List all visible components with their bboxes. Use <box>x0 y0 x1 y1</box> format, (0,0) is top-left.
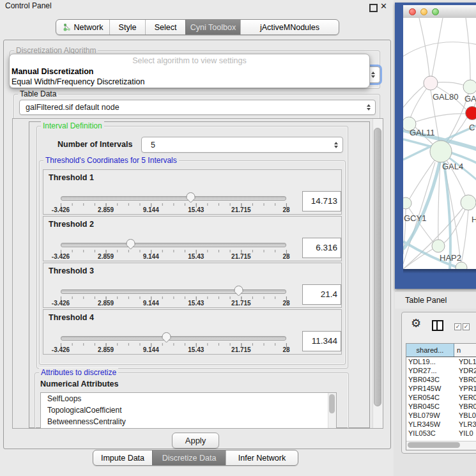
tab-infer-network[interactable]: Infer Network <box>226 450 298 465</box>
select-none-checkbox-icon[interactable]: ✓ <box>463 323 470 330</box>
node-hap2[interactable] <box>432 240 445 252</box>
horizontal-scrollbar[interactable] <box>406 441 476 450</box>
cell[interactable]: YLR345W <box>406 420 456 429</box>
cell[interactable]: YER054C <box>406 393 456 402</box>
table-row[interactable]: YDR27...YDR2 <box>406 366 476 375</box>
number-of-intervals-combobox[interactable]: 5 <box>141 137 343 153</box>
close-traffic-light-icon[interactable] <box>409 8 416 15</box>
scrollbar-thumb[interactable] <box>374 128 381 406</box>
slider-thumb[interactable] <box>233 285 244 296</box>
tab-jactivemnodules[interactable]: jActiveMNodules <box>240 20 339 35</box>
scale-label: 21.715 <box>231 206 251 213</box>
cell[interactable]: YBR0 <box>456 402 476 411</box>
minimize-traffic-light-icon[interactable] <box>420 8 427 15</box>
cell[interactable]: YIL0 <box>456 429 476 438</box>
cell[interactable]: YER0 <box>456 393 476 402</box>
cell[interactable]: YPR145W <box>406 384 456 393</box>
tab-discretize-data[interactable]: Discretize Data <box>152 450 226 465</box>
dropdown-option-equal-width-frequency[interactable]: Equal Width/Frequency Discretization <box>10 77 369 88</box>
node-gcy1[interactable] <box>403 197 411 209</box>
table-row[interactable]: YBL079WYBL0 <box>406 411 476 420</box>
list-item[interactable]: SelfLoops <box>41 393 336 404</box>
threshold-value-field[interactable]: 6.316 <box>302 238 341 258</box>
dropdown-placeholder-item[interactable]: Select algorithm to view settings <box>10 56 369 67</box>
apply-button[interactable]: Apply <box>172 433 219 449</box>
cell[interactable]: YDR2 <box>456 366 476 375</box>
threshold-3-row: Threshold 3 -3.426 2.85 <box>43 263 342 308</box>
table-row[interactable]: YLR345WYLR3 <box>406 420 476 429</box>
cell[interactable]: YDL19... <box>406 357 456 366</box>
table-row[interactable]: YBR043CYBR0 <box>406 375 476 384</box>
float-window-icon[interactable] <box>369 4 378 12</box>
network-window-titlebar[interactable] <box>403 5 476 19</box>
column-header-name[interactable]: n <box>454 344 476 357</box>
table-row[interactable]: YIL053CYIL0 <box>406 429 476 438</box>
node-bottom-cut[interactable] <box>456 262 467 269</box>
threshold-4-slider[interactable] <box>61 336 286 341</box>
slider-track[interactable] <box>61 336 286 341</box>
select-all-checkbox-icon[interactable]: ✓ <box>454 323 461 330</box>
cyni-toolbox-panel: Discretization Algorithm Select algorith… <box>3 40 391 449</box>
cell[interactable]: YPR1 <box>456 384 476 393</box>
zoom-traffic-light-icon[interactable] <box>432 8 439 15</box>
scrollbar-thumb[interactable] <box>408 442 460 448</box>
threshold-1-row: Threshold 1 -3.426 2.85 <box>43 169 342 215</box>
column-header-shared-name[interactable]: shared... <box>406 344 454 357</box>
vertical-scrollbar[interactable] <box>372 119 383 428</box>
tab-style[interactable]: Style <box>109 20 145 35</box>
cell[interactable]: YBR043C <box>406 375 456 384</box>
node-gal4[interactable] <box>430 141 452 162</box>
cell[interactable]: YBL0 <box>456 411 476 420</box>
cell[interactable]: YBR0 <box>456 375 476 384</box>
list-item[interactable]: TopologicalCoefficient <box>41 404 336 416</box>
threshold-2-slider[interactable] <box>61 243 286 247</box>
table-row[interactable]: YDL19...YDL1 <box>406 357 476 366</box>
scale-label: 9.144 <box>143 206 159 213</box>
node-ga[interactable] <box>463 80 476 94</box>
table-row[interactable]: YER054CYER0 <box>406 393 476 402</box>
list-item[interactable]: BetweennessCentrality <box>41 416 336 427</box>
threshold-value-field[interactable]: 21.4 <box>302 284 341 305</box>
tab-cyni-toolbox[interactable]: Cyni Toolbox <box>185 20 240 35</box>
threshold-3-slider[interactable] <box>61 289 286 294</box>
threshold-value-field[interactable]: 11.344 <box>302 331 341 351</box>
slider-thumb[interactable] <box>125 238 136 250</box>
scale-label: 15.43 <box>188 300 204 307</box>
cell[interactable]: YDR27... <box>406 366 456 375</box>
threshold-value-field[interactable]: 14.713 <box>302 191 341 211</box>
cell[interactable]: YIL053C <box>406 429 456 438</box>
network-canvas[interactable]: GAL80 GA C GAL11 GAL4 GCY1 H HAP2 <box>403 18 476 269</box>
slider-scale-labels: -3.426 2.859 9.144 15.43 21.715 28 <box>61 346 286 354</box>
tab-network[interactable]: Network <box>56 20 109 35</box>
control-panel-tabs: Network Style Select Cyni Toolbox jActiv… <box>56 19 339 35</box>
tab-impute-data[interactable]: Impute Data <box>93 450 152 465</box>
cell[interactable]: YBL079W <box>406 411 456 420</box>
tab-select[interactable]: Select <box>145 20 185 35</box>
slider-scale-labels: -3.426 2.859 9.144 15.43 21.715 28 <box>61 206 286 214</box>
dropdown-option-manual-discretization[interactable]: Manual Discretization <box>10 67 369 77</box>
close-icon[interactable]: ✕ <box>380 2 387 11</box>
slider-thumb[interactable] <box>185 192 196 203</box>
node-red-selected[interactable] <box>466 107 476 120</box>
list-scrollbar[interactable] <box>328 393 336 429</box>
cell[interactable]: YBR045C <box>406 402 456 411</box>
table-row[interactable]: YBR045CYBR0 <box>406 402 476 411</box>
scale-label: 2.859 <box>98 300 114 307</box>
table-data-combobox[interactable]: galFiltered.sif default node <box>19 100 376 115</box>
combo-value: 5 <box>151 141 155 150</box>
node-label: H <box>472 215 476 224</box>
slider-track[interactable] <box>61 243 286 247</box>
columns-icon[interactable] <box>432 320 443 331</box>
threshold-1-slider[interactable] <box>61 196 286 201</box>
gear-icon[interactable]: ⚙ <box>411 318 421 329</box>
tab-label: Cyni Toolbox <box>190 23 236 32</box>
node-gal80[interactable] <box>424 76 438 90</box>
slider-track[interactable] <box>61 289 286 294</box>
slider-track[interactable] <box>61 196 286 201</box>
slider-thumb[interactable] <box>161 332 172 343</box>
cell[interactable]: YLR3 <box>456 420 476 429</box>
table-row[interactable]: YPR145WYPR1 <box>406 384 476 393</box>
cell[interactable]: YDL1 <box>456 357 476 366</box>
node-h[interactable] <box>461 195 476 210</box>
numerical-attributes-list: SelfLoops TopologicalCoefficient Between… <box>40 392 337 429</box>
